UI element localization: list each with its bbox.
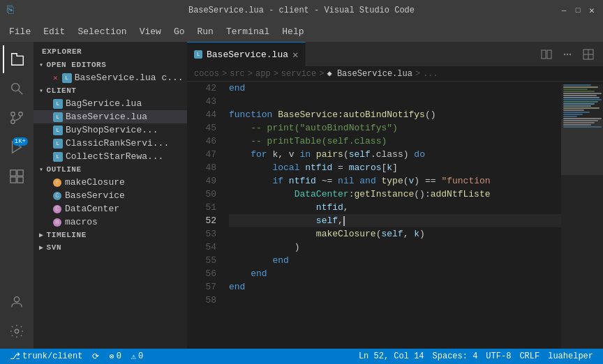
line-num-46: 46 bbox=[187, 135, 216, 148]
tab-lua-icon: L bbox=[194, 50, 202, 59]
file-classicrank[interactable]: L ClassicRankServi... bbox=[34, 137, 187, 150]
breadcrumb: cocos > src > app > service > ◆ BaseServ… bbox=[187, 66, 603, 82]
line-num-48: 48 bbox=[187, 161, 216, 174]
activity-account[interactable] bbox=[3, 288, 31, 316]
menu-edit[interactable]: Edit bbox=[38, 24, 70, 40]
split-editor-icon[interactable] bbox=[537, 45, 556, 63]
file-buyshop[interactable]: L BuyShopService... bbox=[34, 123, 187, 137]
mm-line bbox=[563, 91, 595, 92]
code-line-56: end bbox=[229, 267, 561, 280]
mm-line bbox=[563, 95, 597, 96]
breadcrumb-cocos[interactable]: cocos bbox=[194, 69, 219, 79]
breadcrumb-src[interactable]: src bbox=[230, 69, 245, 79]
maximize-button[interactable]: □ bbox=[574, 6, 582, 15]
plain-class: .class) bbox=[371, 148, 414, 161]
mm-line bbox=[563, 109, 584, 111]
sidebar: EXPLORER ▾ OPEN EDITORS ✕ L BaseService.… bbox=[34, 42, 187, 349]
kw-if: if bbox=[272, 174, 283, 188]
svg-point-3 bbox=[19, 112, 23, 116]
activity-extensions[interactable] bbox=[3, 162, 31, 190]
file-label: BuyShopService... bbox=[66, 125, 158, 135]
status-encoding[interactable]: UTF-8 bbox=[482, 351, 515, 361]
file-label: ClassicRankServi... bbox=[66, 138, 169, 149]
close-button[interactable]: ✕ bbox=[588, 6, 596, 15]
breadcrumb-file[interactable]: ◆ BaseService.lua bbox=[327, 68, 412, 79]
fn-type: type bbox=[382, 174, 403, 188]
error-icon: ⊗ bbox=[109, 351, 114, 362]
comment-printTable: -- printTable(self.class) bbox=[251, 135, 387, 148]
plain-eq: = bbox=[332, 161, 348, 174]
code-content[interactable]: end function BaseService:autoBindNotifys… bbox=[222, 82, 561, 349]
breadcrumb-service[interactable]: service bbox=[281, 69, 316, 79]
status-eol[interactable]: CRLF bbox=[515, 351, 544, 361]
outline-macros[interactable]: m macros bbox=[34, 215, 187, 229]
breadcrumb-more[interactable]: ... bbox=[423, 69, 438, 79]
status-spaces[interactable]: Spaces: 4 bbox=[429, 351, 482, 361]
open-editor-basefile[interactable]: ✕ L BaseService.lua c... bbox=[34, 71, 187, 84]
layout-icon[interactable] bbox=[579, 45, 597, 63]
menu-help[interactable]: Help bbox=[276, 24, 309, 40]
file-baseservice[interactable]: L BaseService.lua bbox=[34, 110, 187, 123]
client-group[interactable]: ▾ CLIENT bbox=[34, 84, 187, 97]
lua-icon: L bbox=[53, 152, 63, 162]
outline-baseservice[interactable]: C BaseService bbox=[34, 189, 187, 202]
code-line-50: DataCenter : getInstance () : addNtfList… bbox=[229, 188, 561, 201]
status-right: Ln 52, Col 14 Spaces: 4 UTF-8 CRLF luahe… bbox=[355, 351, 597, 361]
activity-search[interactable] bbox=[3, 75, 31, 103]
encoding-label: UTF-8 bbox=[486, 351, 511, 361]
status-branch[interactable]: ⎇ trunk/client bbox=[6, 349, 87, 364]
indent bbox=[229, 135, 251, 148]
menu-view[interactable]: View bbox=[134, 24, 167, 40]
tab-close-icon[interactable]: ✕ bbox=[292, 49, 298, 61]
status-position[interactable]: Ln 52, Col 14 bbox=[355, 351, 429, 361]
file-bagservice[interactable]: L BagService.lua bbox=[34, 97, 187, 110]
outline-group[interactable]: ▾ OUTLINE bbox=[34, 163, 187, 176]
line-num-43: 43 bbox=[187, 95, 216, 108]
mm-line bbox=[563, 93, 602, 94]
status-bar: ⎇ trunk/client ⟳ ⊗ 0 ⚠ 0 Ln 52, Col 14 S… bbox=[0, 349, 603, 364]
client-chevron: ▾ bbox=[39, 86, 44, 95]
plain-colon2: : bbox=[425, 188, 431, 201]
activity-run-debug[interactable]: 1K+ bbox=[3, 133, 31, 161]
indent bbox=[229, 161, 272, 174]
minimize-button[interactable]: — bbox=[560, 6, 568, 15]
punc-comma3: , bbox=[403, 227, 415, 241]
svn-group[interactable]: ▶ SVN bbox=[34, 241, 187, 254]
status-language[interactable]: luahelper bbox=[544, 351, 597, 361]
menu-selection[interactable]: Selection bbox=[72, 24, 132, 40]
outline-makeclosure[interactable]: f makeClosure bbox=[34, 176, 187, 189]
activity-source-control[interactable] bbox=[3, 104, 31, 132]
status-sync[interactable]: ⟳ bbox=[88, 349, 103, 364]
file-collectstar[interactable]: L CollectStarRewa... bbox=[34, 150, 187, 163]
outline-fn-icon: f bbox=[53, 179, 61, 187]
menu-file[interactable]: File bbox=[3, 24, 36, 40]
kw-do: do bbox=[414, 148, 425, 161]
kw-for: for bbox=[251, 148, 267, 161]
mm-line bbox=[563, 84, 591, 86]
breadcrumb-app[interactable]: app bbox=[255, 69, 271, 79]
menu-terminal[interactable]: Terminal bbox=[221, 24, 275, 40]
error-count: 0 bbox=[117, 351, 121, 361]
more-actions-icon[interactable] bbox=[558, 45, 576, 63]
line-num-45: 45 bbox=[187, 121, 216, 135]
activity-settings[interactable] bbox=[3, 317, 31, 345]
timeline-group[interactable]: ▶ TIMELINE bbox=[34, 229, 187, 241]
tab-baseservice[interactable]: L BaseService.lua ✕ bbox=[187, 42, 306, 66]
svn-chevron: ▶ bbox=[39, 243, 44, 252]
status-warnings[interactable]: ⚠ 0 bbox=[127, 349, 147, 364]
breadcrumb-sep3: > bbox=[274, 69, 278, 79]
close-editor-icon[interactable]: ✕ bbox=[53, 73, 58, 82]
lua-file-icon: L bbox=[62, 73, 72, 83]
code-line-49: if ntfid ~= nil and type ( v ) == "funct… bbox=[229, 174, 561, 188]
status-errors[interactable]: ⊗ 0 bbox=[105, 349, 125, 364]
code-line-43 bbox=[229, 95, 561, 108]
breadcrumb-sep5: > bbox=[415, 69, 420, 79]
code-editor[interactable]: 42 43 44 45 46 47 48 49 50 51 52 53 54 5… bbox=[187, 82, 603, 349]
open-editors-group[interactable]: ▾ OPEN EDITORS bbox=[34, 59, 187, 71]
menu-run[interactable]: Run bbox=[191, 24, 218, 40]
indent bbox=[229, 227, 316, 241]
menu-go[interactable]: Go bbox=[168, 24, 191, 40]
activity-explorer[interactable] bbox=[3, 45, 31, 73]
indent bbox=[229, 214, 316, 227]
outline-datacenter[interactable]: C DataCenter bbox=[34, 202, 187, 215]
